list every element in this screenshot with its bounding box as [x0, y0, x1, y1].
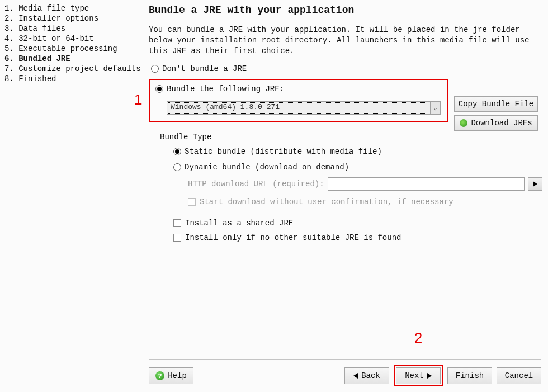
- browse-url-button[interactable]: [528, 177, 542, 191]
- checkbox-label: Install as a shared JRE: [185, 219, 293, 228]
- step-number: 6.: [4, 54, 14, 63]
- step-label: Data files: [18, 24, 65, 33]
- triangle-right-icon: [427, 373, 432, 379]
- radio-icon: [173, 148, 181, 155]
- button-label: Finish: [456, 371, 484, 380]
- step-label: 32-bit or 64-bit: [18, 34, 93, 43]
- radio-label: Static bundle (distribute with media fil…: [185, 147, 382, 156]
- radio-dont-bundle[interactable]: Don't bundle a JRE: [151, 64, 542, 73]
- checkbox-icon: [173, 219, 181, 227]
- radio-label: Bundle the following JRE:: [167, 84, 284, 93]
- button-label: Next: [405, 371, 424, 380]
- radio-icon: [151, 65, 159, 73]
- sidebar-item-media-file-type[interactable]: 1. Media file type: [4, 3, 139, 13]
- http-download-url-input[interactable]: [328, 177, 525, 191]
- step-number: 1.: [4, 4, 14, 13]
- download-jres-button[interactable]: Download JREs: [454, 115, 538, 131]
- radio-static-bundle[interactable]: Static bundle (distribute with media fil…: [173, 147, 542, 156]
- triangle-left-icon: [353, 373, 358, 379]
- sidebar-item-bundled-jre[interactable]: 6. Bundled JRE: [4, 54, 139, 64]
- annotation-1: 1: [134, 91, 142, 108]
- sidebar-item-customize-defaults[interactable]: 7. Customize project defaults: [4, 64, 139, 74]
- step-label: Media file type: [18, 4, 89, 13]
- step-number: 5.: [4, 44, 14, 53]
- globe-icon: [460, 119, 467, 127]
- checkbox-label: Start download without user confirmation…: [200, 197, 453, 206]
- help-button[interactable]: ? Help: [149, 367, 193, 384]
- bundle-following-box: 1 Bundle the following JRE: Windows (amd…: [149, 79, 448, 122]
- radio-bundle-following[interactable]: Bundle the following JRE:: [155, 84, 442, 93]
- radio-icon: [173, 163, 181, 171]
- checkbox-icon: [188, 198, 196, 206]
- bundle-type-title: Bundle Type: [160, 133, 542, 141]
- checkbox-label: Install only if no other suitable JRE is…: [185, 233, 401, 242]
- step-number: 2.: [4, 14, 14, 23]
- page-intro: You can bundle a JRE with your applicati…: [149, 25, 540, 56]
- step-number: 4.: [4, 34, 14, 43]
- jre-select-value: Windows (amd64) 1.8.0_271: [167, 101, 441, 115]
- next-button[interactable]: Next: [396, 367, 441, 384]
- checkbox-install-shared[interactable]: Install as a shared JRE: [173, 219, 542, 228]
- step-label: Customize project defaults: [18, 64, 140, 73]
- back-button[interactable]: Back: [344, 367, 389, 384]
- button-label: Copy Bundle File: [459, 100, 533, 108]
- sidebar: 1. Media file type 2. Installer options …: [0, 0, 139, 392]
- step-label: Finished: [18, 74, 56, 83]
- radio-label: Don't bundle a JRE: [162, 64, 247, 73]
- checkbox-install-only-if[interactable]: Install only if no other suitable JRE is…: [173, 233, 542, 242]
- step-label: Installer options: [18, 14, 98, 23]
- jre-select[interactable]: Windows (amd64) 1.8.0_271 ⌄: [167, 101, 441, 115]
- help-icon: ?: [155, 371, 164, 380]
- chevron-down-icon[interactable]: ⌄: [430, 102, 440, 114]
- finish-button[interactable]: Finish: [447, 367, 492, 384]
- button-label: Help: [168, 371, 187, 380]
- radio-dynamic-bundle[interactable]: Dynamic bundle (download on demand): [173, 163, 542, 172]
- radio-icon: [155, 85, 163, 93]
- page-title: Bundle a JRE with your application: [149, 4, 542, 16]
- radio-label: Dynamic bundle (download on demand): [185, 163, 349, 172]
- checkbox-icon: [173, 234, 181, 242]
- copy-bundle-file-button[interactable]: Copy Bundle File: [454, 96, 538, 112]
- step-label: Bundled JRE: [18, 54, 70, 63]
- wizard-footer: ? Help Back 2 Next Finish: [149, 359, 541, 386]
- button-label: Download JREs: [471, 119, 532, 127]
- sidebar-item-executable-processing[interactable]: 5. Executable processing: [4, 44, 139, 54]
- button-label: Cancel: [505, 371, 533, 380]
- next-button-highlight: 2 Next: [394, 365, 443, 386]
- cancel-button[interactable]: Cancel: [497, 367, 541, 384]
- annotation-2: 2: [414, 329, 422, 347]
- sidebar-item-finished[interactable]: 8. Finished: [4, 74, 139, 84]
- sidebar-item-32-or-64-bit[interactable]: 4. 32-bit or 64-bit: [4, 34, 139, 44]
- step-number: 3.: [4, 24, 14, 33]
- step-number: 8.: [4, 74, 14, 83]
- url-label: HTTP download URL (required):: [188, 180, 324, 188]
- main-panel: Bundle a JRE with your application You c…: [139, 0, 548, 392]
- step-number: 7.: [4, 64, 14, 73]
- triangle-right-icon: [533, 181, 537, 187]
- button-label: Back: [361, 371, 380, 380]
- sidebar-item-data-files[interactable]: 3. Data files: [4, 23, 139, 34]
- step-label: Executable processing: [18, 44, 117, 53]
- sidebar-item-installer-options[interactable]: 2. Installer options: [4, 13, 139, 23]
